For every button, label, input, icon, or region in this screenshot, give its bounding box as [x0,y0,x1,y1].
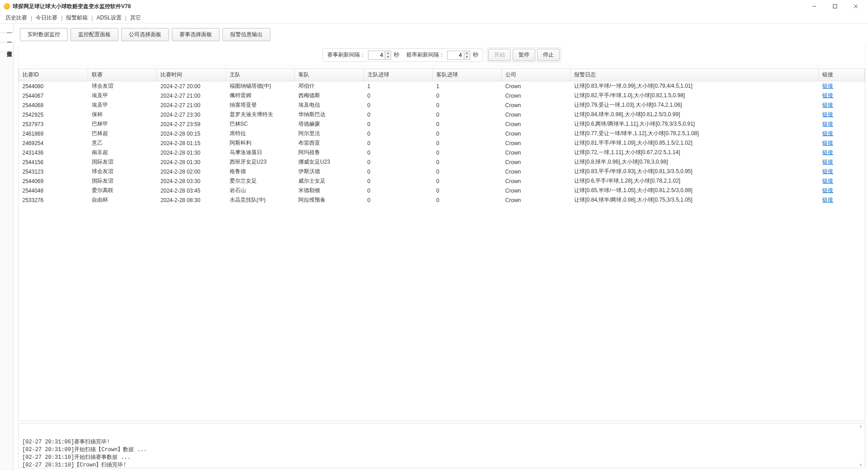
link[interactable]: 链接 [822,178,833,184]
side-tab-download[interactable]: 比赛数据下载 [0,24,14,33]
match-table: 比赛ID 联赛 比赛时间 主队 客队 主队进球 客队进球 公司 报警日志 链接 … [19,69,865,205]
menu-mail[interactable]: 报警邮箱 [64,14,90,22]
menu-history[interactable]: 历史比赛 [4,14,29,22]
window-controls [804,0,866,13]
cell-company: Crown [501,119,571,129]
table-row[interactable]: 2544080球会友谊2024-2-27 20:00福图纳锡塔德(中)邓伯什11… [19,81,865,91]
cell-company: Crown [501,195,571,205]
stop-button[interactable]: 停止 [537,49,560,61]
link[interactable]: 链接 [822,168,833,174]
menu-today[interactable]: 今日比赛 [34,14,59,22]
link[interactable]: 链接 [822,140,833,146]
start-button[interactable]: 开始 [488,49,511,61]
link[interactable]: 链接 [822,111,833,118]
pause-button[interactable]: 暂停 [513,49,535,61]
menubar: 历史比赛| 今日比赛| 报警邮箱| ADSL设置| 其它 [0,13,868,24]
th-league[interactable]: 联赛 [88,69,157,81]
tab-realtime[interactable]: 实时数据监控 [20,28,68,41]
maximize-button[interactable] [825,0,845,13]
table-row[interactable]: 2461869巴林超2024-2-28 00:15席特拉阿尔里法00Crown让… [19,129,865,138]
cell-time: 2024-2-28 08:30 [157,195,226,205]
link[interactable]: 链接 [822,187,833,193]
refresh-odds-spinner[interactable]: ▲▼ [447,51,470,60]
seconds-1: 秒 [394,51,399,59]
refresh-odds-input[interactable] [448,52,464,58]
tab-company[interactable]: 公司选择面板 [121,28,169,41]
table-row[interactable]: 2431436南非超2024-2-28 01:30马摩洛迪落日阿玛祖鲁00Cro… [19,148,865,157]
table-row[interactable]: 2537973巴林甲2024-2-27 23:59巴林SC塔德赫蒙00Crown… [19,119,865,129]
tabbar: 实时数据监控 监控配置面板 公司选择面板 赛事选择面板 报警信息输出 [17,26,866,43]
link[interactable]: 链接 [822,130,833,137]
th-home[interactable]: 主队 [226,69,295,81]
cell-time: 2024-2-28 00:15 [157,129,226,138]
cell-hscore: 0 [363,91,433,100]
cell-away: 阿尔里法 [295,129,364,138]
cell-id: 2533276 [19,195,88,205]
table-row[interactable]: 2469254意乙2024-2-28 01:15阿斯科利布雷西亚00Crown让… [19,138,865,148]
scroll-down-icon[interactable]: ∨ [858,463,864,467]
log-panel[interactable]: [02-27 20:31:06]赛事扫描完毕! [02-27 20:31:09]… [18,423,865,468]
cell-alarm: 让球[0.83,平手/半球,0.93],大小球[0.81,3/3.5,0.95] [571,167,819,176]
tab-match[interactable]: 赛事选择面板 [172,28,220,41]
th-link[interactable]: 链接 [819,69,865,81]
menu-other[interactable]: 其它 [128,14,143,22]
table-row[interactable]: 2544069国际友谊2024-2-28 03:30爱尔兰女足威尔士女足00Cr… [19,176,865,186]
th-ascore[interactable]: 客队进球 [433,69,502,81]
titlebar-left: 球探网足球让球大小球欧赔变盘变水监控软件V78 [4,3,131,10]
th-alarm[interactable]: 报警日志 [571,69,819,81]
cell-link: 链接 [819,81,865,91]
table-row[interactable]: 2544067埃及甲2024-2-27 21:00佩特雷姆西梅德斯00Crown… [19,91,865,100]
cell-id: 2542925 [19,110,88,119]
table-row[interactable]: 2544048爱尔高联2024-2-28 03:45岩石山米德勒顿00Crown… [19,186,865,195]
side-tab-water[interactable]: 今日水位监控 [0,42,14,52]
table-row[interactable]: 2543123球会友谊2024-2-28 02:00格鲁德伊斯沃德00Crown… [19,167,865,176]
cell-ascore: 0 [433,100,502,110]
cell-alarm: 让球[0.84,球半/两球,0.98],大小球[0.75,3/3.5,1.05] [571,195,819,205]
svg-rect-1 [833,5,837,8]
cell-link: 链接 [819,110,865,119]
minimize-button[interactable] [804,0,825,13]
cell-alarm: 让球[0.65,半球/一球,1.05],大小球[0.81,2.5/3,0.89] [571,186,819,195]
link[interactable]: 链接 [822,197,833,203]
link[interactable]: 链接 [822,159,833,165]
link[interactable]: 链接 [822,102,833,108]
cell-league: 球会友谊 [88,167,157,176]
tab-alarm-output[interactable]: 报警信息输出 [222,28,270,41]
cell-alarm: 让球[0.79,受让一球,1.03],大小球[0.74,2,1.06] [571,100,819,110]
refresh-match-input[interactable] [368,52,385,58]
spin-up-icon[interactable]: ▲ [385,51,391,55]
link[interactable]: 链接 [822,149,833,155]
scroll-up-icon[interactable]: ∧ [858,424,864,429]
spin-down-icon-2[interactable]: ▼ [464,55,470,59]
table-row[interactable]: 2544068埃及甲2024-2-27 21:00纳塞塔亚登埃及电信00Crow… [19,100,865,110]
tab-config[interactable]: 监控配置面板 [71,28,118,41]
link[interactable]: 链接 [822,92,833,99]
th-hscore[interactable]: 主队进球 [363,69,433,81]
cell-time: 2024-2-28 03:45 [157,186,226,195]
refresh-match-spinner[interactable]: ▲▼ [368,51,391,60]
cell-home: 巴林SC [226,119,295,129]
link[interactable]: 链接 [822,83,833,89]
sidebar: 比赛数据下载 今日同赔监控 今日水位监控 [0,24,14,471]
cell-id: 2544048 [19,186,88,195]
table-row[interactable]: 2542925保杯2024-2-27 23:30普罗夫迪夫博特夫华纳斯巴达00C… [19,110,865,119]
spin-up-icon-2[interactable]: ▲ [464,51,470,55]
th-away[interactable]: 客队 [295,69,364,81]
table-row[interactable]: 2533276自由杯2024-2-28 08:30水晶竞技队(中)阿拉维预备00… [19,195,865,205]
cell-hscore: 0 [363,138,433,148]
th-time[interactable]: 比赛时间 [157,69,226,81]
th-company[interactable]: 公司 [501,69,571,81]
link[interactable]: 链接 [822,121,833,127]
table-row[interactable]: 2544156国际友谊2024-2-28 01:30西班牙女足U23挪威女足U2… [19,157,865,167]
cell-link: 链接 [819,157,865,167]
th-id[interactable]: 比赛ID [19,69,88,81]
menu-adsl[interactable]: ADSL设置 [94,14,123,22]
cell-ascore: 0 [433,138,502,148]
spin-down-icon[interactable]: ▼ [385,55,391,59]
close-button[interactable] [845,0,866,13]
cell-ascore: 0 [433,167,502,176]
scrollbar[interactable]: ∧ ∨ [858,424,864,467]
table-wrap[interactable]: 比赛ID 联赛 比赛时间 主队 客队 主队进球 客队进球 公司 报警日志 链接 … [18,68,865,421]
cell-away: 阿拉维预备 [295,195,364,205]
side-tab-same-odds[interactable]: 今日同赔监控 [0,33,14,42]
